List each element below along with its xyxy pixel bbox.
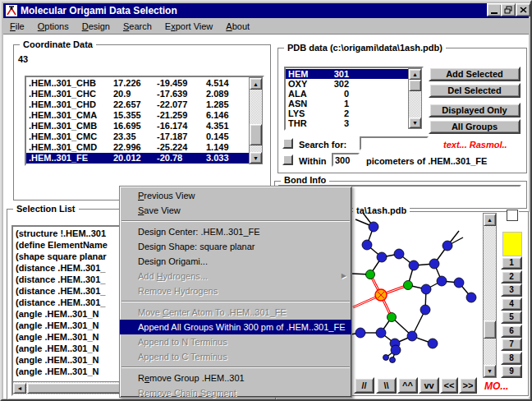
context-menu-item[interactable]: Previous View xyxy=(120,188,351,203)
coordinate-row[interactable]: .HEM..301_CMC23.35-17.1870.145 xyxy=(26,131,250,142)
coordinate-row[interactable]: .HEM..301_CHC20.9-17.6392.089 xyxy=(26,89,250,99)
atom-carbon[interactable] xyxy=(391,345,401,355)
atom-carbon[interactable] xyxy=(429,259,439,269)
coordinate-scrollbar[interactable]: ▲ ▼ xyxy=(249,77,263,164)
atom-carbon[interactable] xyxy=(409,260,419,270)
atom-carbon[interactable] xyxy=(443,241,452,251)
pdb-scroll-up-icon[interactable]: ▲ xyxy=(409,69,421,80)
menubar-item-export-view[interactable]: Export View xyxy=(158,20,220,33)
pdb-row[interactable]: THR3 xyxy=(286,118,409,128)
minimize-button[interactable] xyxy=(487,3,502,16)
pdb-row[interactable]: OXY302 xyxy=(286,79,409,89)
atom-carbon[interactable] xyxy=(428,339,438,348)
menubar-item-design[interactable]: Design xyxy=(76,20,117,33)
search-for-checkbox[interactable] xyxy=(282,138,293,149)
atom-carbon[interactable] xyxy=(369,222,378,232)
atom-carbon[interactable] xyxy=(390,357,396,363)
number-button-6[interactable]: 6 xyxy=(501,325,522,338)
atom-carbon[interactable] xyxy=(377,252,387,262)
pdb-scrollbar[interactable]: ▲ ▼ xyxy=(408,68,422,129)
context-menu-item[interactable]: Save View xyxy=(120,203,351,218)
restore-button[interactable] xyxy=(501,3,516,16)
coordinate-row[interactable]: .HEM..301_FE20.012-20.783.033 xyxy=(26,153,250,164)
within-input[interactable] xyxy=(332,153,360,167)
menubar-item-about[interactable]: About xyxy=(219,20,256,33)
coordinate-cell: .HEM..301_CHC xyxy=(29,89,113,99)
display-scroll-down-icon[interactable]: ▼ xyxy=(484,365,496,377)
atom-carbon[interactable] xyxy=(420,305,430,315)
coordinate-row[interactable]: .HEM..301_CMA15.355-21.2596.146 xyxy=(26,110,250,121)
coordinate-row[interactable]: .HEM..301_CMB16.695-16.1744.351 xyxy=(26,121,250,131)
atom-carbon[interactable] xyxy=(454,278,464,288)
coordinate-row[interactable]: .HEM..301_CMD22.996-25.2241.149 xyxy=(26,142,250,153)
pdb-row[interactable]: ASN1 xyxy=(286,99,409,108)
selection-scroll-left-icon[interactable]: ◄ xyxy=(13,383,26,394)
display-scrollbar[interactable]: ▲ ▼ xyxy=(483,213,497,378)
display-scroll-up-icon[interactable]: ▲ xyxy=(484,214,496,226)
coordinate-scroll-down-icon[interactable]: ▼ xyxy=(250,152,262,164)
coordinate-cell: 17.226 xyxy=(113,78,157,89)
context-menu-item[interactable]: Remove Hydrogens xyxy=(120,283,351,298)
coordinate-row[interactable]: .HEM..301_CHD22.657-22.0771.285 xyxy=(26,99,250,110)
atom-carbon[interactable] xyxy=(407,331,417,341)
context-menu-item[interactable]: Append to C Terminus xyxy=(120,349,351,364)
coordinate-row[interactable]: .HEM..301_CHB17.226-19.4594.514 xyxy=(26,78,250,89)
molecule-canvas[interactable] xyxy=(330,212,481,376)
atom-carbon[interactable] xyxy=(466,293,476,302)
view-toolbar-button-5[interactable]: >> xyxy=(459,377,477,394)
number-button-7[interactable]: 7 xyxy=(501,338,522,351)
context-menu-item[interactable]: Design Origami... xyxy=(120,254,351,269)
menubar-item-file[interactable]: File xyxy=(3,20,31,33)
view-toolbar-button-4[interactable]: << xyxy=(440,377,458,394)
menubar-item-options[interactable]: Options xyxy=(31,20,76,33)
view-toolbar-button-1[interactable]: \\ xyxy=(376,377,397,394)
context-menu-item[interactable]: Move Center Atom To .HEM..301_FE xyxy=(120,305,351,320)
atom-carbon[interactable] xyxy=(362,240,372,250)
pdb-scroll-down-icon[interactable]: ▼ xyxy=(409,118,421,128)
number-button-4[interactable]: 4 xyxy=(501,297,522,311)
view-toolbar-button-2[interactable]: ^^ xyxy=(397,377,418,394)
atom-carbon[interactable] xyxy=(437,276,447,286)
close-button[interactable] xyxy=(516,3,530,16)
pdb-group-number: 1 xyxy=(326,99,349,108)
number-button-1[interactable]: 1 xyxy=(501,256,522,270)
atom-carbon[interactable] xyxy=(383,355,389,361)
view-toolbar-button-3[interactable]: vv xyxy=(419,377,439,394)
coordinate-scroll-thumb[interactable] xyxy=(250,124,262,145)
within-checkbox[interactable] xyxy=(282,154,293,165)
color-swatch[interactable] xyxy=(502,232,522,256)
pdb-button-del-selected[interactable]: Del Selected xyxy=(429,83,521,98)
number-button-8[interactable]: 8 xyxy=(501,352,522,365)
context-menu-item[interactable]: Remove Group .HEM..301 xyxy=(120,371,351,385)
atom-nitrogen[interactable] xyxy=(404,281,413,290)
view-toolbar-button-0[interactable]: // xyxy=(354,377,374,394)
pdb-scroll-thumb[interactable] xyxy=(409,80,421,91)
atom-carbon[interactable] xyxy=(376,328,386,338)
context-menu-item[interactable]: Append to N Terminus xyxy=(120,334,351,349)
atom-carbon[interactable] xyxy=(394,249,404,259)
number-button-2[interactable]: 2 xyxy=(501,270,522,283)
pdb-button-add-selected[interactable]: Add Selected xyxy=(429,67,521,81)
display-checkbox[interactable] xyxy=(507,210,518,221)
number-button-9[interactable]: 9 xyxy=(501,365,522,378)
atom-carbon[interactable] xyxy=(421,284,431,294)
pdb-button-all-groups[interactable]: All Groups xyxy=(429,119,521,134)
menubar-item-search[interactable]: Search xyxy=(117,20,158,33)
pdb-row[interactable]: ALA0 xyxy=(286,89,409,99)
search-input[interactable] xyxy=(360,136,429,150)
number-button-3[interactable]: 3 xyxy=(501,283,522,297)
atom-nitrogen[interactable] xyxy=(388,313,397,322)
pdb-row[interactable]: HEM301 xyxy=(286,69,409,79)
display-scroll-thumb[interactable] xyxy=(484,320,496,339)
context-menu-item[interactable]: Append All Groups Within 300 pm of .HEM.… xyxy=(120,320,351,334)
context-menu-item[interactable]: Design Shape: square planar xyxy=(120,239,351,254)
atom-carbon[interactable] xyxy=(355,328,365,338)
coordinate-scroll-up-icon[interactable]: ▲ xyxy=(250,78,262,90)
context-menu-item[interactable]: Design Center: .HEM..301_FE xyxy=(120,224,351,239)
context-menu-item[interactable]: Remove Chain Segment xyxy=(120,385,351,400)
pdb-button-displayed-only[interactable]: Displayed Only xyxy=(429,103,521,118)
context-menu-item[interactable]: Add Hydrogens...▶ xyxy=(120,269,351,283)
number-button-5[interactable]: 5 xyxy=(501,311,522,324)
pdb-row[interactable]: LYS2 xyxy=(286,108,409,118)
atom-nitrogen[interactable] xyxy=(366,270,375,279)
